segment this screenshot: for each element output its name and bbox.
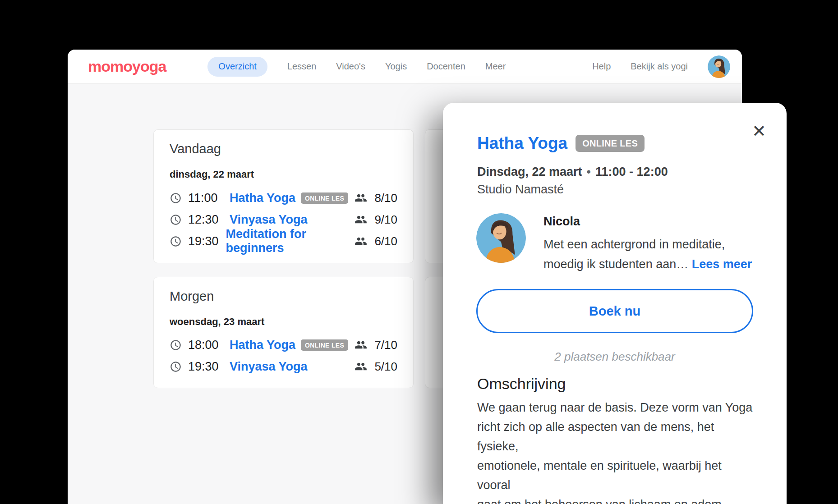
clock-icon	[170, 214, 182, 226]
tab-yogis[interactable]: Yogis	[385, 61, 407, 72]
class-name-link[interactable]: Hatha Yoga	[230, 191, 295, 205]
attendees-icon	[355, 192, 367, 204]
description-text: We gaan terug naar de basis. Deze vorm v…	[477, 398, 756, 504]
separator-dot: •	[582, 165, 595, 179]
momoyoga-logo[interactable]: momoyoga	[88, 58, 166, 75]
bio-line1: Met een achtergrond in meditatie,	[543, 238, 725, 251]
spots-count: 6/10	[374, 234, 397, 248]
class-name-link[interactable]: Vinyasa Yoga	[230, 360, 308, 374]
modal-date-time: Dinsdag, 22 maart•11:00 - 12:00	[477, 165, 668, 179]
attendees-icon	[355, 235, 367, 247]
top-navigation: momoyoga Overzicht Lessen Video's Yogis …	[68, 50, 742, 84]
modal-class-title: Hatha Yoga	[477, 134, 567, 153]
class-time: 11:00	[188, 191, 230, 205]
section-title: Vandaag	[170, 142, 221, 156]
book-now-button[interactable]: Boek nu	[476, 289, 753, 333]
schedule-card-morgen: Morgen woensdag, 23 maart 18:00 Hatha Yo…	[153, 277, 414, 388]
tab-videos[interactable]: Video's	[336, 61, 365, 72]
schedule-card-vandaag: Vandaag dinsdag, 22 maart 11:00 Hatha Yo…	[153, 129, 414, 263]
attendees-icon	[355, 213, 367, 226]
modal-location: Studio Namasté	[477, 183, 564, 197]
view-as-yogi-link[interactable]: Bekijk als yogi	[631, 61, 688, 72]
clock-icon	[170, 361, 182, 373]
attendees-icon	[355, 339, 367, 351]
class-time: 18:00	[188, 338, 230, 352]
class-detail-modal: ✕ Hatha Yoga ONLINE LES Dinsdag, 22 maar…	[443, 103, 787, 504]
modal-date: Dinsdag, 22 maart	[477, 165, 582, 179]
tab-lessen[interactable]: Lessen	[287, 61, 317, 72]
clock-icon	[170, 235, 182, 247]
help-link[interactable]: Help	[592, 61, 611, 72]
spots-count: 7/10	[374, 338, 397, 352]
class-time: 12:30	[188, 213, 230, 227]
class-row[interactable]: 18:00 Hatha Yoga ONLINE LES 7/10	[170, 337, 397, 353]
class-time: 19:30	[188, 360, 230, 374]
close-icon[interactable]: ✕	[751, 124, 767, 140]
modal-time: 11:00 - 12:00	[595, 165, 668, 179]
class-name-link[interactable]: Meditation for beginners	[226, 227, 355, 255]
class-row[interactable]: 19:30 Meditation for beginners 6/10	[170, 234, 397, 249]
class-name-link[interactable]: Hatha Yoga	[230, 338, 295, 352]
teacher-avatar[interactable]	[476, 213, 526, 263]
online-les-badge: ONLINE LES	[301, 192, 348, 204]
clock-icon	[170, 192, 182, 204]
description-heading: Omschrijving	[477, 375, 566, 393]
section-date: woensdag, 23 maart	[170, 316, 264, 328]
online-les-badge: ONLINE LES	[301, 339, 348, 351]
class-row[interactable]: 11:00 Hatha Yoga ONLINE LES 8/10	[170, 190, 397, 206]
class-row[interactable]: 12:30 Vinyasa Yoga 9/10	[170, 212, 397, 227]
section-title: Morgen	[170, 289, 214, 304]
clock-icon	[170, 339, 182, 351]
spots-count: 5/10	[374, 360, 397, 374]
availability-text: 2 plaatsen beschikbaar	[477, 350, 752, 364]
tab-meer[interactable]: Meer	[485, 61, 506, 72]
profile-avatar[interactable]	[708, 55, 730, 78]
class-row[interactable]: 19:30 Vinyasa Yoga 5/10	[170, 359, 397, 374]
section-date: dinsdag, 22 maart	[170, 169, 254, 180]
teacher-name: Nicola	[543, 215, 580, 229]
spots-count: 9/10	[374, 213, 397, 227]
attendees-icon	[355, 360, 367, 373]
spots-count: 8/10	[374, 191, 397, 205]
tab-overzicht[interactable]: Overzicht	[207, 57, 267, 77]
online-les-badge: ONLINE LES	[576, 135, 645, 152]
teacher-bio: Met een achtergrond in meditatie, moedig…	[543, 234, 752, 274]
tab-docenten[interactable]: Docenten	[427, 61, 465, 72]
class-name-link[interactable]: Vinyasa Yoga	[230, 213, 308, 227]
class-time: 19:30	[188, 234, 226, 248]
read-more-link[interactable]: Lees meer	[692, 257, 752, 271]
bio-line2: moedig ik studenten aan…	[543, 257, 692, 271]
